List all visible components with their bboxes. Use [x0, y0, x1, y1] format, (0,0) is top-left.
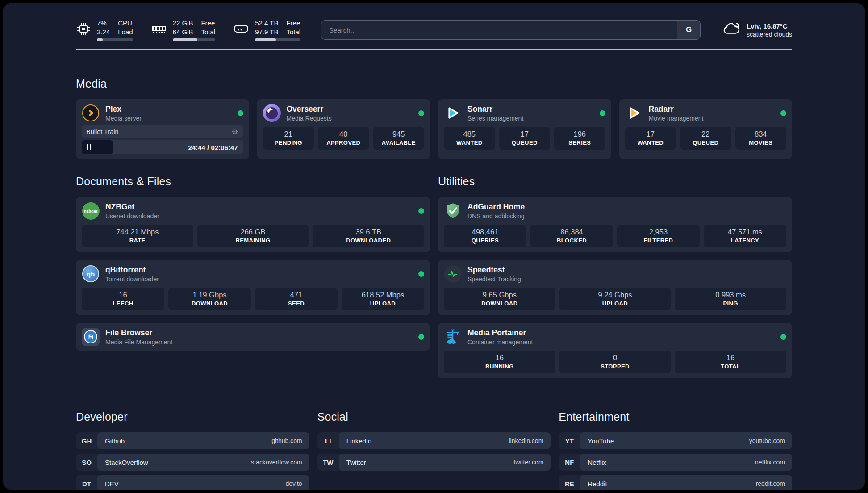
- ram-free-value: 22 GiB: [173, 19, 193, 28]
- app-name: NZBGet: [105, 202, 159, 212]
- app-card-overseerr[interactable]: Overseerr Media Requests 21 PENDING 40 A…: [257, 99, 430, 159]
- speedtest-icon: [444, 265, 462, 283]
- app-desc: DNS and adblocking: [467, 213, 525, 220]
- sonarr-icon: [444, 104, 462, 122]
- stat-tile: 16 RUNNING: [444, 351, 555, 373]
- pause-icon[interactable]: [87, 144, 92, 150]
- stat-value: 16: [447, 354, 553, 362]
- system-stats: 7% 3.24 CPU Load: [76, 19, 300, 41]
- stat-label: FILTERED: [620, 237, 697, 244]
- link-url: youtube.com: [749, 437, 785, 444]
- stat-label: LEECH: [84, 300, 162, 307]
- app-card-portainer[interactable]: Media Portainer Container management 16 …: [438, 323, 792, 378]
- stat-value: 618.52 Mbps: [344, 291, 421, 299]
- link-row-linkedin[interactable]: LI LinkedIn linkedin.com: [317, 432, 551, 449]
- ram-free-label: Free: [201, 19, 215, 28]
- link-name: Netflix: [588, 459, 606, 466]
- search-input[interactable]: [321, 21, 677, 39]
- link-tag: RE: [559, 475, 580, 490]
- ram-total-value: 64 GiB: [173, 28, 193, 37]
- app-name: File Browser: [105, 328, 172, 338]
- stat-tile: 618.52 Mbps UPLOAD: [342, 288, 424, 310]
- link-row-stackoverflow[interactable]: SO StackOverflow stackoverflow.com: [76, 454, 309, 471]
- app-card-speedtest[interactable]: Speedtest Speedtest Tracking 9.65 Gbps D…: [438, 260, 792, 315]
- stat-tile: 485 WANTED: [444, 127, 495, 150]
- app-name: Radarr: [649, 104, 704, 114]
- status-dot: [418, 334, 424, 340]
- stat-tile: 40 APPROVED: [318, 127, 369, 150]
- link-row-dev[interactable]: DT DEV dev.to: [76, 475, 309, 490]
- link-name: Github: [105, 437, 125, 445]
- developer-section: Developer GH Github github.com SO StackO…: [76, 410, 309, 490]
- stat-value: 17: [502, 130, 548, 138]
- app-card-plex[interactable]: Plex Media server Bullet Train 24: [76, 99, 249, 159]
- section-title-developer: Developer: [76, 410, 309, 423]
- stat-tile: 744.21 Mbps RATE: [82, 225, 193, 247]
- stat-tile: 47.571 ms LATENCY: [704, 225, 786, 247]
- app-name: Sonarr: [467, 104, 523, 114]
- gear-icon[interactable]: [231, 128, 239, 135]
- status-dot: [238, 110, 243, 116]
- stat-label: STOPPED: [562, 363, 668, 370]
- stat-tile: 86,384 BLOCKED: [530, 225, 613, 247]
- stat-tile: 16 LEECH: [82, 288, 164, 310]
- app-name: qBittorrent: [105, 265, 159, 275]
- stat-value: 22: [683, 130, 729, 138]
- stat-tile: 17 WANTED: [625, 127, 676, 150]
- cpu-label: CPU: [118, 19, 133, 28]
- app-card-nzbget[interactable]: nzbget NZBGet Usenet downloader 744.21 M…: [76, 197, 430, 252]
- link-url: netflix.com: [755, 459, 785, 466]
- stat-tile: 0.993 ms PING: [675, 288, 786, 310]
- link-url: github.com: [271, 437, 302, 444]
- stat-tile: 17 QUEUED: [499, 127, 551, 150]
- link-name: StackOverflow: [105, 459, 148, 466]
- stat-tile: 0 STOPPED: [559, 351, 671, 373]
- stat-value: 9.65 Gbps: [447, 291, 553, 299]
- documents-column: Documents & Files nzbget NZBGet Usenet d…: [76, 175, 430, 351]
- status-dot: [418, 110, 424, 116]
- app-desc: Torrent downloader: [105, 276, 159, 283]
- disk-icon: [233, 23, 249, 37]
- app-card-radarr[interactable]: Radarr Movie management 17 WANTED 22 QUE…: [619, 99, 793, 159]
- link-row-reddit[interactable]: RE Reddit reddit.com: [559, 475, 792, 490]
- app-desc: Series management: [467, 115, 523, 122]
- app-card-filebrowser[interactable]: File Browser Media File Management: [76, 323, 430, 351]
- link-name: Twitter: [346, 459, 366, 466]
- stat-value: 834: [738, 130, 784, 138]
- status-dot: [418, 271, 424, 277]
- portainer-icon: [444, 328, 462, 346]
- link-row-netflix[interactable]: NF Netflix netflix.com: [559, 454, 792, 471]
- cpu-load-value: 3.24: [97, 28, 110, 37]
- app-name: Plex: [105, 104, 142, 114]
- stat-label: UPLOAD: [562, 300, 668, 307]
- playback-time: 24:44 / 02:06:47: [188, 143, 238, 151]
- link-row-twitter[interactable]: TW Twitter twitter.com: [317, 454, 551, 471]
- ram-icon: [151, 23, 167, 37]
- filebrowser-icon: [82, 328, 100, 346]
- search-engine-button[interactable]: G: [677, 21, 700, 39]
- link-row-github[interactable]: GH Github github.com: [76, 432, 309, 449]
- app-name: Speedtest: [467, 265, 521, 275]
- stat-label: QUERIES: [447, 237, 524, 244]
- app-card-qbittorrent[interactable]: qb qBittorrent Torrent downloader 16 LEE…: [76, 260, 430, 315]
- nzbget-icon: nzbget: [82, 202, 100, 220]
- stat-value: 471: [258, 291, 335, 299]
- app-desc: Media Requests: [287, 115, 332, 122]
- link-row-youtube[interactable]: YT YouTube youtube.com: [559, 432, 792, 449]
- weather-widget[interactable]: Lviv, 16.87°C scattered clouds: [721, 22, 792, 38]
- qbittorrent-icon: qb: [82, 265, 100, 283]
- stat-label: DOWNLOADED: [315, 237, 421, 244]
- app-card-sonarr[interactable]: Sonarr Series management 485 WANTED 17 Q…: [438, 99, 611, 159]
- app-card-adguard[interactable]: AdGuard Home DNS and adblocking 498,461 …: [438, 197, 792, 252]
- stat-label: PENDING: [266, 139, 312, 146]
- stat-label: QUEUED: [683, 139, 729, 146]
- disk-stat: 52.4 TB 97.9 TB Free Total: [233, 19, 300, 41]
- header-divider: [76, 49, 792, 50]
- link-tag: LI: [317, 432, 339, 449]
- section-title-media: Media: [76, 77, 792, 90]
- playback-progressbar[interactable]: 24:44 / 02:06:47: [82, 140, 243, 154]
- status-dot: [780, 110, 786, 116]
- stat-value: 1.19 Gbps: [171, 291, 248, 299]
- plex-icon: [82, 104, 100, 122]
- overseerr-icon: [263, 104, 281, 122]
